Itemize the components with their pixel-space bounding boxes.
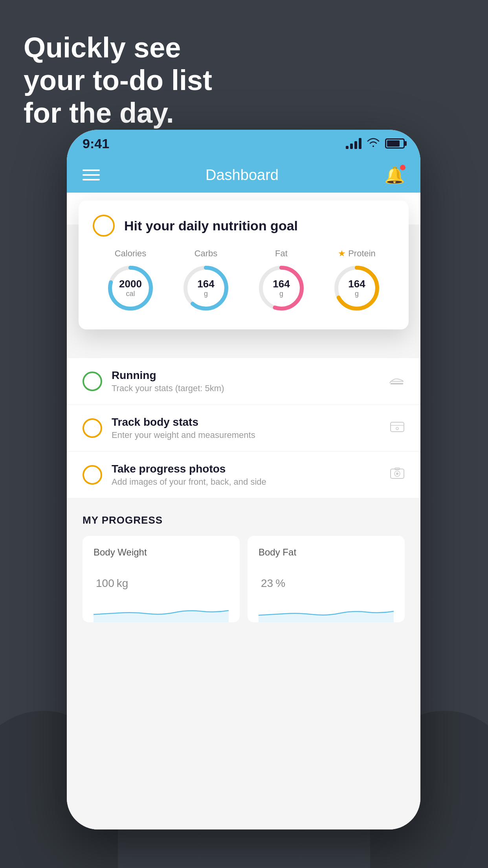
fat-value: 164 [273,278,290,290]
bell-icon[interactable]: 🔔 [384,166,405,185]
carbs-ring-visual: 164 g [180,263,231,314]
header-title: Dashboard [205,167,279,184]
body-stats-subtitle: Enter your weight and measurements [112,430,380,440]
body-fat-chart [259,599,394,622]
fat-label: Fat [275,248,288,259]
calories-ring: Calories 2000 cal [105,248,156,314]
running-title: Running [112,369,380,382]
running-content: Running Track your stats (target: 5km) [112,369,380,394]
todo-list: Running Track your stats (target: 5km) T… [67,358,420,498]
notification-dot [399,164,406,171]
content-area: THINGS TO DO TODAY Hit your daily nutrit… [67,193,420,829]
battery-icon [385,138,405,149]
protein-star-icon: ★ [338,248,346,259]
photos-subtitle: Add images of your front, back, and side [112,477,380,487]
body-fat-value: 23% [259,564,285,592]
protein-label: ★ Protein [338,248,376,259]
wifi-icon [366,137,380,151]
protein-ring: ★ Protein 164 g [331,248,382,314]
todo-item-running[interactable]: Running Track your stats (target: 5km) [67,358,420,405]
todo-item-body-stats[interactable]: Track body stats Enter your weight and m… [67,405,420,452]
fat-ring: Fat 164 g [256,248,307,314]
carbs-value: 164 [197,278,214,290]
todo-item-photos[interactable]: Take progress photos Add images of your … [67,452,420,498]
photos-content: Take progress photos Add images of your … [112,463,380,487]
photo-icon [390,466,405,484]
calories-ring-visual: 2000 cal [105,263,156,314]
svg-rect-8 [391,422,404,432]
running-subtitle: Track your stats (target: 5km) [112,383,380,394]
body-fat-value-container: 23% [259,566,394,591]
body-stats-title: Track body stats [112,416,380,428]
body-weight-value-container: 100kg [94,566,229,591]
body-weight-value: 100kg [94,564,128,592]
progress-title: MY PROGRESS [83,514,405,526]
status-time: 9:41 [83,136,109,151]
fat-ring-visual: 164 g [256,263,307,314]
protein-value: 164 [348,278,365,290]
body-weight-card[interactable]: Body Weight 100kg [83,536,240,622]
running-checkbox[interactable] [83,371,102,391]
carbs-label: Carbs [194,248,218,259]
svg-point-14 [396,473,398,475]
protein-ring-visual: 164 g [331,263,382,314]
body-stats-content: Track body stats Enter your weight and m… [112,416,380,440]
status-bar: 9:41 [67,130,420,157]
hamburger-menu[interactable] [83,169,100,180]
body-fat-label: Body Fat [259,547,394,558]
calories-unit: cal [119,290,142,298]
nutrition-card[interactable]: Hit your daily nutrition goal Calories 2… [79,200,409,329]
body-weight-label: Body Weight [94,547,229,558]
calories-value: 2000 [119,278,142,290]
hero-text: Quickly see your to-do list for the day. [24,31,212,129]
status-icons [346,137,405,151]
protein-unit: g [348,290,365,298]
photos-checkbox[interactable] [83,465,102,485]
body-weight-chart [94,599,229,622]
carbs-ring: Carbs 164 g [180,248,231,314]
app-header: Dashboard 🔔 [67,157,420,193]
nutrition-card-title: Hit your daily nutrition goal [124,218,298,234]
nutrition-checkbox[interactable] [93,215,115,237]
calories-label: Calories [115,248,147,259]
photos-title: Take progress photos [112,463,380,475]
nutrition-card-header: Hit your daily nutrition goal [93,215,394,237]
running-shoe-icon [389,374,405,389]
nutrition-rings: Calories 2000 cal Carbs [93,248,394,314]
carbs-unit: g [197,290,214,298]
fat-unit: g [273,290,290,298]
body-fat-card[interactable]: Body Fat 23% [248,536,405,622]
body-stats-checkbox[interactable] [83,418,102,438]
scale-icon [390,419,405,437]
progress-cards: Body Weight 100kg Body [83,536,405,622]
svg-point-10 [396,427,398,430]
signal-icon [346,138,361,149]
progress-section: MY PROGRESS Body Weight 100kg [67,498,420,634]
phone-frame: 9:41 Da [67,130,420,829]
